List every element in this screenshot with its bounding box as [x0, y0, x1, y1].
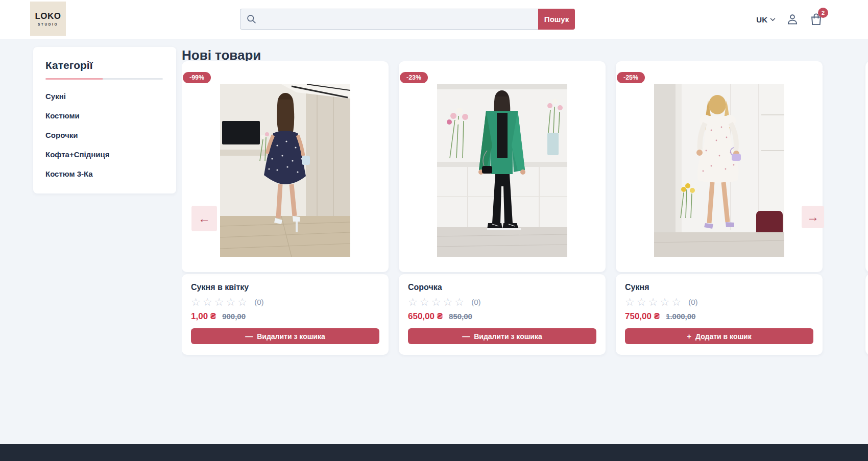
categories-list: Сукні Костюми Сорочки Кофта+Спідниця Кос…: [45, 92, 164, 178]
price-row: 650,00 ₴ 850,00: [408, 311, 596, 322]
sidebar-item-sorochky[interactable]: Сорочки: [45, 131, 164, 139]
product-card[interactable]: -23%: [399, 61, 606, 355]
product-title[interactable]: Сукня в квітку: [191, 283, 379, 292]
header: LOKO STUDIO Пошук UK: [0, 0, 868, 39]
price-row: 750,00 ₴ 1.000,00: [625, 311, 813, 322]
language-label: UK: [756, 15, 767, 24]
cart-count-badge: 2: [818, 8, 828, 18]
discount-badge: -23%: [400, 72, 428, 83]
product-title[interactable]: Сукня: [625, 283, 813, 292]
product-image-link[interactable]: -99%: [182, 61, 389, 272]
add-to-cart-button[interactable]: + Додати в кошик: [625, 328, 813, 344]
product-image-link[interactable]: [865, 61, 868, 272]
cart-button[interactable]: 2: [809, 12, 823, 27]
rating-count: (0): [688, 298, 697, 306]
remove-from-cart-button[interactable]: — Видалити з кошика: [191, 328, 379, 344]
product-photo-green-shirt: [437, 84, 567, 257]
old-price: 1.000,00: [666, 312, 695, 321]
title-underline: [45, 78, 163, 80]
product-title[interactable]: Сорочка: [408, 283, 596, 292]
header-actions: UK 2: [756, 0, 823, 39]
plus-icon: +: [687, 332, 691, 340]
new-products-carousel: ← → -99%: [182, 61, 868, 368]
sidebar-item-kostiumy[interactable]: Костюми: [45, 111, 164, 120]
language-selector[interactable]: UK: [756, 15, 776, 24]
logo[interactable]: LOKO STUDIO: [30, 2, 66, 36]
current-price: 1,00 ₴: [191, 311, 216, 322]
logo-text: LOKO: [35, 11, 61, 21]
carousel-track: -99%: [182, 61, 868, 355]
minus-icon: —: [245, 332, 253, 340]
discount-badge: -25%: [617, 72, 645, 83]
arrow-left-icon: ←: [198, 212, 210, 225]
old-price: 900,00: [222, 312, 246, 321]
rating-count: (0): [254, 298, 263, 306]
star-rating-icons: ☆☆☆☆☆: [191, 297, 249, 307]
product-info: Сорочка ☆☆☆☆☆ (0) 650,00 ₴ 850,00 — Вида…: [399, 274, 606, 355]
user-icon: [786, 13, 799, 26]
arrow-right-icon: →: [807, 211, 819, 223]
cart-button-label: Видалити з кошика: [257, 332, 325, 341]
discount-badge: -99%: [183, 72, 211, 83]
chevron-down-icon: [770, 18, 776, 21]
search-bar: Пошук: [240, 9, 575, 30]
current-price: 650,00 ₴: [408, 311, 443, 322]
current-price: 750,00 ₴: [625, 311, 660, 322]
product-card-partial[interactable]: ☆☆☆☆☆: [865, 61, 868, 355]
categories-panel: Категорії Сукні Костюми Сорочки Кофта+Сп…: [33, 47, 176, 193]
logo-subtext: STUDIO: [38, 22, 58, 26]
search-icon: [246, 14, 257, 25]
account-button[interactable]: [786, 13, 799, 26]
sidebar-item-sukni[interactable]: Сукні: [45, 92, 164, 101]
remove-from-cart-button[interactable]: — Видалити з кошика: [408, 328, 596, 344]
old-price: 850,00: [449, 312, 472, 321]
footer: [0, 444, 868, 461]
product-card[interactable]: -25%: [616, 61, 823, 355]
star-rating-icons: ☆☆☆☆☆: [625, 297, 683, 307]
product-info: ☆☆☆☆☆: [865, 274, 868, 355]
product-photo-white-dress: [654, 84, 784, 257]
product-image-link[interactable]: -23%: [399, 61, 606, 272]
rating-count: (0): [471, 298, 480, 306]
price-row: 1,00 ₴ 900,00: [191, 311, 379, 322]
sidebar-item-kostium-3ka[interactable]: Костюм 3-Ка: [45, 169, 164, 178]
product-photo-dress-polkadot: [220, 84, 350, 257]
sidebar-item-kofta-spidnytsia[interactable]: Кофта+Спідниця: [45, 150, 164, 159]
cart-button-label: Видалити з кошика: [474, 332, 542, 341]
search-button[interactable]: Пошук: [538, 9, 575, 30]
rating-row: ☆☆☆☆☆ (0): [625, 297, 813, 307]
product-image-link[interactable]: -25%: [616, 61, 823, 272]
product-info: Сукня в квітку ☆☆☆☆☆ (0) 1,00 ₴ 900,00 —…: [182, 274, 389, 355]
rating-row: ☆☆☆☆☆ (0): [408, 297, 596, 307]
cart-button-label: Додати в кошик: [695, 332, 752, 341]
search-input[interactable]: [240, 9, 538, 30]
rating-row: ☆☆☆☆☆ (0): [191, 297, 379, 307]
minus-icon: —: [462, 332, 470, 340]
product-info: Сукня ☆☆☆☆☆ (0) 750,00 ₴ 1.000,00 + Дода…: [616, 274, 823, 355]
categories-title: Категорії: [45, 59, 164, 71]
carousel-prev-button[interactable]: ←: [191, 206, 217, 231]
star-rating-icons: ☆☆☆☆☆: [408, 297, 466, 307]
carousel-next-button[interactable]: →: [802, 206, 824, 228]
